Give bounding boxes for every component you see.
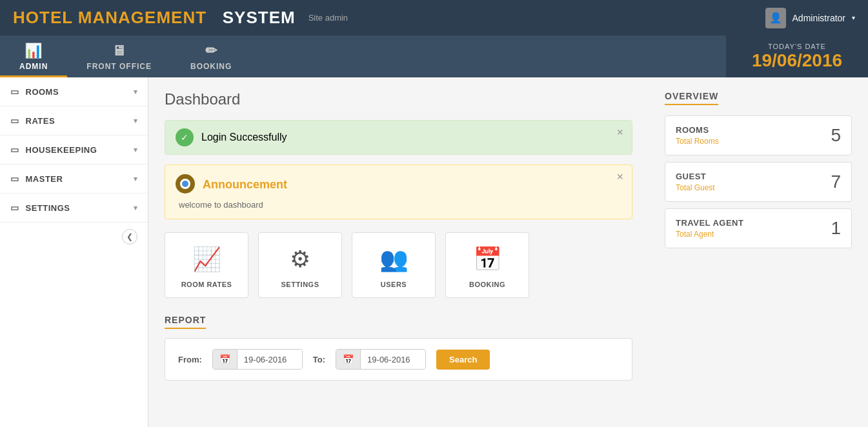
collapse-button[interactable]: ❮	[122, 229, 137, 244]
travel-agent-card-value: 1	[831, 218, 841, 239]
alert-close-button[interactable]: ✕	[616, 127, 624, 137]
sidebar-item-settings[interactable]: ▭ SETTINGS ▾	[0, 194, 148, 223]
search-button[interactable]: Search	[436, 350, 490, 370]
from-date-input[interactable]	[237, 350, 302, 369]
sidebar-collapse: ❮	[0, 223, 148, 251]
users-icon: 👥	[379, 246, 409, 273]
check-icon: ✓	[176, 128, 194, 146]
guest-card-sub: Total Guest	[676, 183, 715, 192]
announcement-text: welcome to dashboard	[176, 200, 621, 210]
header-right: 👤 Administrator ▾	[765, 8, 855, 28]
overview-card-rooms: ROOMS Total Rooms 5	[665, 115, 852, 155]
date-box: TODAY'S DATE 19/06/2016	[726, 35, 868, 77]
rooms-chevron: ▾	[134, 88, 138, 96]
sidebar-label-master: MASTER	[26, 174, 63, 184]
overview-card-guest: GUEST Total Guest 7	[665, 162, 852, 202]
overview-title: OVERVIEW	[665, 91, 718, 105]
rates-icon: ▭	[10, 115, 19, 126]
announcement-box: Announcement ✕ welcome to dashboard	[165, 164, 632, 219]
quicklink-booking[interactable]: 📅 BOOKING	[445, 232, 529, 298]
booking-quicklink-icon: 📅	[473, 246, 502, 273]
announcement-close-button[interactable]: ✕	[616, 172, 624, 182]
from-calendar-icon: 📅	[213, 350, 237, 369]
date-label: TODAY'S DATE	[768, 43, 826, 50]
report-section: REPORT From: 📅 To: 📅 Search	[165, 314, 632, 381]
login-alert: ✓ Login Successfully ✕	[165, 120, 632, 155]
rooms-card-value: 5	[831, 125, 841, 146]
travel-agent-card-sub: Total Agent	[676, 230, 743, 239]
date-value: 19/06/2016	[752, 50, 842, 71]
rates-chevron: ▾	[134, 117, 138, 125]
overview-panel: OVERVIEW ROOMS Total Rooms 5 GUEST Total…	[649, 77, 868, 427]
rooms-card-sub: Total Rooms	[676, 137, 719, 146]
overview-card-travel-agent: TRAVEL AGENT Total Agent 1	[665, 208, 852, 248]
travel-agent-card-label: TRAVEL AGENT	[676, 218, 743, 228]
housekeeping-chevron: ▾	[134, 146, 138, 154]
guest-card-label: GUEST	[676, 172, 715, 181]
nav-item-front-office[interactable]: 🖥 FRONT OFFICE	[67, 35, 171, 77]
settings-quicklink-label: SETTINGS	[281, 281, 319, 288]
content-area: Dashboard ✓ Login Successfully ✕ Announc…	[148, 77, 868, 427]
admin-icon: 📊	[25, 43, 43, 59]
to-date-wrapper: 📅	[336, 349, 426, 370]
sidebar-label-housekeeping: HOUSEKEEPING	[26, 145, 97, 155]
sidebar-item-master[interactable]: ▭ MASTER ▾	[0, 164, 148, 194]
collapse-icon: ❮	[126, 232, 133, 241]
navbar: 📊 ADMIN 🖥 FRONT OFFICE ✏ BOOKING TODAY'S…	[0, 35, 868, 77]
booking-quicklink-label: BOOKING	[469, 281, 505, 288]
rooms-icon: ▭	[10, 86, 19, 97]
nav-item-booking[interactable]: ✏ BOOKING	[171, 35, 251, 77]
booking-nav-icon: ✏	[205, 43, 217, 59]
housekeeping-icon: ▭	[10, 144, 19, 155]
announcement-icon	[176, 174, 196, 195]
sidebar-item-rooms[interactable]: ▭ ROOMS ▾	[0, 77, 148, 106]
avatar: 👤	[765, 8, 786, 28]
settings-quicklink-icon: ⚙	[290, 246, 310, 273]
title-system: SYSTEM	[223, 8, 296, 27]
sidebar-label-rates: RATES	[26, 116, 56, 126]
title-hotel: HOTEL MANAGEMENT	[13, 8, 207, 27]
nav-label-admin: ADMIN	[19, 62, 48, 71]
sidebar-item-housekeeping[interactable]: ▭ HOUSEKEEPING ▾	[0, 135, 148, 164]
sidebar-item-rates[interactable]: ▭ RATES ▾	[0, 106, 148, 135]
room-rates-icon: 📈	[192, 246, 221, 273]
master-icon: ▭	[10, 174, 19, 184]
site-admin-label: Site admin	[308, 13, 348, 23]
quicklink-settings[interactable]: ⚙ SETTINGS	[258, 232, 342, 298]
admin-name: Administrator	[792, 13, 845, 23]
alert-message: Login Successfully	[201, 132, 287, 143]
from-date-wrapper: 📅	[212, 349, 303, 370]
sidebar-label-settings: SETTINGS	[26, 203, 70, 213]
nav-label-booking: BOOKING	[190, 62, 232, 71]
app-title: HOTEL MANAGEMENT SYSTEM	[13, 8, 296, 28]
layout: ▭ ROOMS ▾ ▭ RATES ▾ ▭ HOUSEKEEPING ▾ ▭ M…	[0, 77, 868, 427]
users-label: USERS	[381, 281, 407, 288]
admin-dropdown-icon[interactable]: ▾	[852, 14, 855, 21]
master-chevron: ▾	[134, 175, 138, 183]
nav-item-admin[interactable]: 📊 ADMIN	[0, 35, 67, 77]
to-calendar-icon: 📅	[336, 350, 361, 369]
quicklink-room-rates[interactable]: 📈 ROOM RATES	[165, 232, 248, 298]
nav-label-front-office: FRONT OFFICE	[86, 62, 152, 71]
sidebar: ▭ ROOMS ▾ ▭ RATES ▾ ▭ HOUSEKEEPING ▾ ▭ M…	[0, 77, 148, 427]
settings-chevron: ▾	[134, 204, 138, 212]
page-title: Dashboard	[165, 90, 632, 108]
guest-card-value: 7	[831, 172, 841, 192]
to-label: To:	[313, 355, 325, 364]
quicklink-users[interactable]: 👥 USERS	[352, 232, 436, 298]
quicklinks: 📈 ROOM RATES ⚙ SETTINGS 👥 USERS 📅 BOOKIN…	[165, 232, 632, 298]
to-date-input[interactable]	[361, 350, 425, 369]
header: HOTEL MANAGEMENT SYSTEM Site admin 👤 Adm…	[0, 0, 868, 35]
main-content: Dashboard ✓ Login Successfully ✕ Announc…	[148, 77, 649, 427]
announcement-title: Announcement	[203, 178, 287, 192]
report-form: From: 📅 To: 📅 Search	[165, 338, 632, 381]
sidebar-label-rooms: ROOMS	[26, 87, 59, 97]
from-label: From:	[178, 355, 202, 364]
settings-sidebar-icon: ▭	[10, 203, 19, 213]
report-title: REPORT	[165, 315, 206, 329]
front-office-icon: 🖥	[112, 43, 126, 59]
room-rates-label: ROOM RATES	[181, 281, 232, 288]
rooms-card-label: ROOMS	[676, 125, 719, 135]
